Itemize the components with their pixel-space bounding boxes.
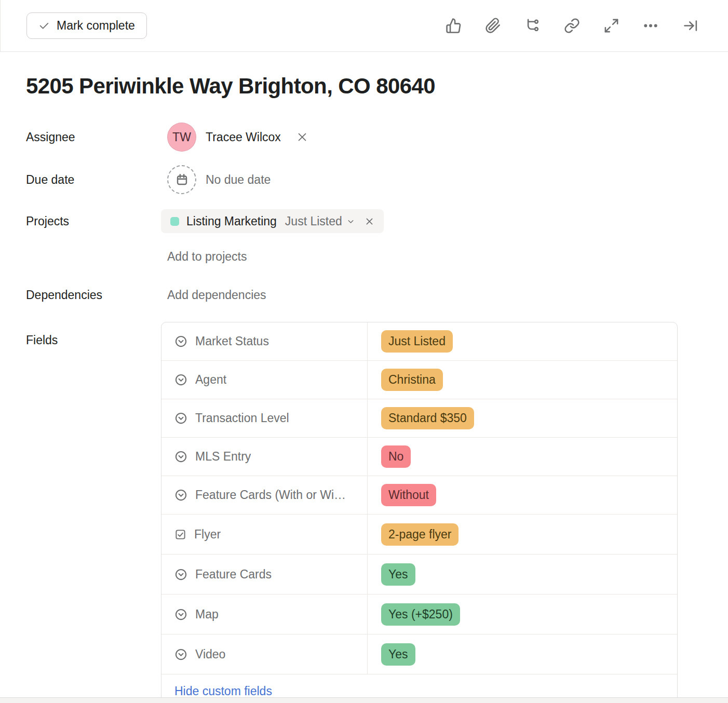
field-value-cell[interactable]: Yes <box>368 555 677 594</box>
next-section-divider <box>0 697 728 703</box>
add-dependencies-button[interactable]: Add dependencies <box>167 288 266 302</box>
paperclip-icon <box>485 18 501 34</box>
dropdown-field-icon <box>174 568 187 581</box>
project-pill: Listing Marketing Just Listed <box>161 209 384 233</box>
task-content: 5205 Periwinkle Way Brighton, CO 80640 A… <box>0 74 728 703</box>
field-value-badge[interactable]: Yes (+$250) <box>381 603 460 626</box>
field-value-badge[interactable]: Standard $350 <box>381 407 474 429</box>
field-label-cell[interactable]: Transaction Level <box>161 399 368 437</box>
task-toolbar: Mark complete <box>0 0 728 52</box>
projects-row: Projects Listing Marketing Just Listed <box>26 206 728 237</box>
custom-fields-table: Market Status Just Listed Agent Christin… <box>161 322 678 703</box>
attachment-button[interactable] <box>484 17 502 35</box>
field-value-cell[interactable]: Yes (+$250) <box>368 594 677 634</box>
field-label-cell[interactable]: Agent <box>161 361 368 399</box>
due-date-label: Due date <box>26 173 167 187</box>
field-value-badge[interactable]: Just Listed <box>381 330 453 353</box>
field-name: MLS Entry <box>195 450 251 464</box>
mark-complete-label: Mark complete <box>57 19 135 33</box>
add-to-projects-row: Add to projects <box>26 242 728 271</box>
task-title[interactable]: 5205 Periwinkle Way Brighton, CO 80640 <box>26 74 728 99</box>
check-icon <box>38 20 50 32</box>
field-label-cell[interactable]: Map <box>161 594 368 634</box>
projects-label: Projects <box>26 214 167 228</box>
project-name[interactable]: Listing Marketing <box>186 214 277 228</box>
close-icon <box>365 217 374 226</box>
assignee-label: Assignee <box>26 130 167 144</box>
dropdown-field-icon <box>174 648 187 661</box>
field-value-cell[interactable]: Christina <box>368 361 677 399</box>
set-due-date-button[interactable] <box>167 165 196 194</box>
dropdown-field-icon <box>174 373 187 386</box>
field-value-cell[interactable]: 2-page flyer <box>368 515 677 554</box>
field-name: Feature Cards <box>195 567 272 582</box>
like-button[interactable] <box>444 17 462 35</box>
field-value-badge[interactable]: 2-page flyer <box>381 523 459 546</box>
project-section-select[interactable]: Just Listed <box>285 214 355 228</box>
subtasks-icon <box>524 18 541 34</box>
field-name: Flyer <box>194 528 221 542</box>
field-label-cell[interactable]: MLS Entry <box>161 438 368 476</box>
remove-project-button[interactable] <box>365 217 374 226</box>
fields-label: Fields <box>26 322 167 347</box>
dependencies-label: Dependencies <box>26 288 167 302</box>
field-value-cell[interactable]: Yes <box>368 634 677 674</box>
field-value-badge[interactable]: No <box>381 445 411 468</box>
dependencies-row: Dependencies Add dependencies <box>26 280 728 309</box>
copy-link-button[interactable] <box>563 17 581 35</box>
task-detail-pane: Mark complete <box>0 0 728 703</box>
assignee-name[interactable]: Tracee Wilcox <box>206 130 281 144</box>
assignee-avatar[interactable]: TW <box>167 123 196 152</box>
field-value-cell[interactable]: Without <box>368 476 677 514</box>
field-label-cell[interactable]: Flyer <box>161 515 368 554</box>
due-date-row: Due date No due date <box>26 158 728 201</box>
more-options-button[interactable] <box>642 17 659 35</box>
field-name: Agent <box>195 373 226 387</box>
field-name: Map <box>195 607 219 621</box>
field-label-cell[interactable]: Market Status <box>161 322 368 360</box>
dropdown-field-icon <box>174 608 187 621</box>
field-name: Transaction Level <box>195 411 289 425</box>
dropdown-field-icon <box>174 489 187 502</box>
field-row[interactable]: Flyer 2-page flyer <box>161 515 677 555</box>
thumbs-up-icon <box>446 18 462 34</box>
field-name: Market Status <box>195 334 269 348</box>
close-pane-button[interactable] <box>681 17 699 35</box>
field-value-badge[interactable]: Christina <box>381 369 443 391</box>
field-row[interactable]: Agent Christina <box>161 361 677 399</box>
field-value-cell[interactable]: Just Listed <box>368 322 677 360</box>
field-row[interactable]: Transaction Level Standard $350 <box>161 399 677 438</box>
remove-assignee-button[interactable] <box>296 131 308 143</box>
field-label-cell[interactable]: Feature Cards (With or Wi… <box>161 476 368 514</box>
subtasks-button[interactable] <box>523 17 541 35</box>
add-to-projects-button[interactable]: Add to projects <box>167 250 247 264</box>
field-row[interactable]: Map Yes (+$250) <box>161 594 677 634</box>
field-value-badge[interactable]: Yes <box>381 643 415 666</box>
collapse-pane-icon <box>682 18 698 34</box>
dropdown-field-icon <box>174 335 187 348</box>
field-name: Video <box>195 647 225 661</box>
toolbar-icon-group <box>444 17 699 35</box>
field-label-cell[interactable]: Feature Cards <box>161 555 368 594</box>
hide-custom-fields-link[interactable]: Hide custom fields <box>174 684 272 698</box>
field-name: Feature Cards (With or Wi… <box>195 488 346 502</box>
field-value-cell[interactable]: Standard $350 <box>368 399 677 437</box>
fullscreen-button[interactable] <box>602 17 620 35</box>
field-row[interactable]: MLS Entry No <box>161 438 677 476</box>
field-value-cell[interactable]: No <box>368 438 677 476</box>
field-label-cell[interactable]: Video <box>161 634 368 674</box>
fields-table-body: Market Status Just Listed Agent Christin… <box>161 322 677 674</box>
field-row[interactable]: Feature Cards Yes <box>161 555 677 594</box>
field-value-badge[interactable]: Yes <box>381 563 415 586</box>
field-value-badge[interactable]: Without <box>381 484 436 506</box>
field-row[interactable]: Market Status Just Listed <box>161 322 677 361</box>
expand-icon <box>603 18 619 34</box>
project-section-name: Just Listed <box>285 214 342 228</box>
link-icon <box>564 18 580 34</box>
due-date-value[interactable]: No due date <box>206 173 271 187</box>
field-row[interactable]: Feature Cards (With or Wi… Without <box>161 476 677 515</box>
mark-complete-button[interactable]: Mark complete <box>26 12 147 39</box>
ellipsis-icon <box>642 18 659 34</box>
dropdown-field-icon <box>174 450 187 463</box>
field-row[interactable]: Video Yes <box>161 634 677 674</box>
